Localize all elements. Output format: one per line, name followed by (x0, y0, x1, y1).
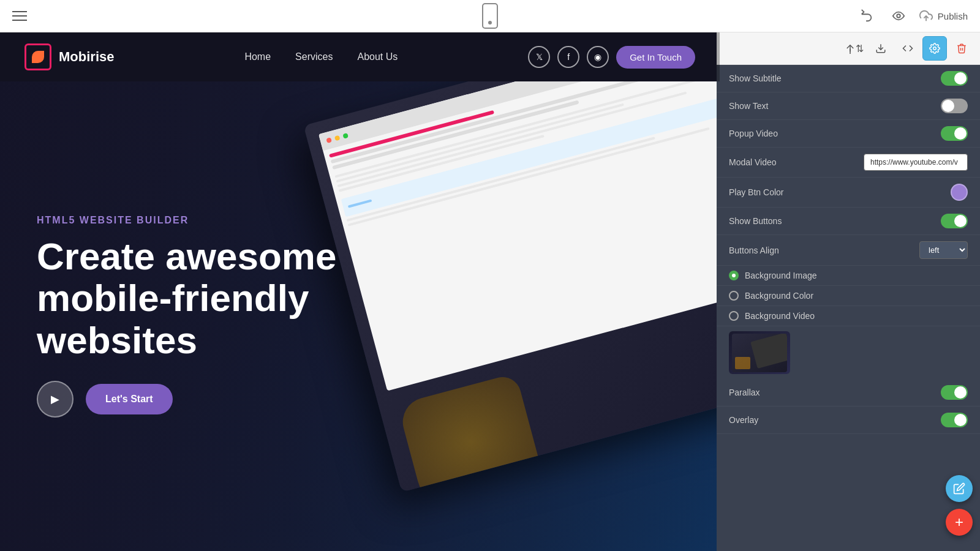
dot-yellow (334, 135, 341, 141)
toolbar-center (482, 3, 498, 29)
overlay-label: Overlay (729, 415, 758, 425)
show-buttons-label: Show Buttons (729, 216, 782, 226)
play-icon: ▶ (51, 392, 59, 406)
nav-link-services[interactable]: Services (295, 51, 333, 62)
play-btn-color-swatch[interactable] (951, 184, 968, 201)
preview-nav: Mobirise Home Services About Us 𝕏 f ◉ Ge… (0, 32, 720, 81)
buttons-align-row: Buttons Align left center right (717, 235, 980, 266)
nav-brand: Mobirise (24, 43, 114, 70)
brand-icon-inner (32, 51, 44, 63)
nav-link-home[interactable]: Home (244, 51, 271, 62)
hero-content: HTML5 WEBSITE BUILDER Create awesome mob… (37, 215, 466, 418)
toggle-knob (954, 414, 967, 426)
menu-button[interactable] (12, 11, 27, 21)
overlay-toggle[interactable] (941, 413, 968, 427)
hero-buttons: ▶ Let's Start (37, 381, 466, 418)
svg-point-5 (933, 47, 937, 50)
parallax-toggle[interactable] (941, 385, 968, 400)
top-toolbar: Publish (0, 0, 980, 32)
play-button[interactable]: ▶ (37, 381, 74, 418)
bg-thumbnail[interactable] (729, 331, 790, 374)
laptop-screen-body (323, 81, 720, 233)
panel-delete-button[interactable] (949, 36, 974, 61)
facebook-icon[interactable]: f (557, 46, 579, 68)
toggle-knob (942, 100, 954, 112)
nav-link-about[interactable]: About Us (357, 51, 398, 62)
show-text-row: Show Text (717, 92, 980, 120)
bg-video-row: Background Video (717, 306, 980, 326)
show-buttons-row: Show Buttons (717, 208, 980, 235)
bg-color-label: Background Color (745, 291, 813, 301)
modal-video-row: Modal Video (717, 148, 980, 178)
panel-download-button[interactable] (869, 36, 893, 61)
panel-settings-button[interactable] (922, 36, 947, 61)
dot-green (342, 133, 349, 139)
popup-video-row: Popup Video (717, 120, 980, 148)
svg-point-0 (897, 14, 900, 18)
brand-name: Mobirise (59, 49, 114, 65)
popup-video-toggle[interactable] (941, 126, 968, 141)
hero-subtitle: HTML5 WEBSITE BUILDER (37, 215, 466, 226)
bg-color-row: Background Color (717, 286, 980, 306)
toolbar-right: Publish (856, 5, 968, 27)
toggle-knob (954, 72, 967, 84)
hero-title-line1: Create awesome (37, 235, 336, 277)
buttons-align-select[interactable]: left center right (919, 241, 968, 259)
brand-icon (24, 43, 51, 70)
publish-button[interactable]: Publish (919, 9, 968, 23)
bg-video-radio[interactable] (729, 311, 739, 321)
canvas-area: Mobirise Home Services About Us 𝕏 f ◉ Ge… (0, 32, 980, 551)
show-text-toggle[interactable] (941, 99, 968, 113)
panel-toolbar: ⇅ (717, 32, 980, 65)
show-subtitle-label: Show Subtitle (729, 73, 782, 83)
bg-thumbnail-inner (732, 334, 787, 372)
hero-title: Create awesome mobile-friendly websites (37, 236, 466, 361)
lets-start-button[interactable]: Let's Start (86, 384, 173, 414)
undo-button[interactable] (856, 5, 878, 27)
bg-color-radio[interactable] (729, 291, 739, 301)
parallax-label: Parallax (729, 388, 760, 397)
panel-sort-button[interactable]: ⇅ (842, 36, 866, 61)
right-panel: ⇅ (717, 32, 980, 551)
nav-right: 𝕏 f ◉ Get In Touch (528, 46, 695, 69)
buttons-align-label: Buttons Align (729, 246, 779, 255)
dot-red (326, 137, 332, 143)
fab-add-button[interactable]: + (946, 509, 973, 536)
bg-video-label: Background Video (745, 311, 815, 321)
preview-button[interactable] (888, 5, 910, 27)
hero-title-line2: mobile-friendly websites (37, 277, 309, 361)
modal-video-label: Modal Video (729, 157, 777, 167)
toggle-knob (954, 215, 967, 227)
hero-section: HTML5 WEBSITE BUILDER Create awesome mob… (0, 81, 720, 551)
fab-edit-button[interactable] (946, 475, 973, 502)
show-buttons-toggle[interactable] (941, 214, 968, 228)
bg-image-row: Background Image (717, 266, 980, 286)
overlay-row: Overlay (717, 407, 980, 434)
toolbar-left (12, 11, 27, 21)
nav-links: Home Services About Us (244, 51, 398, 62)
thumbnail-laptop-icon (750, 334, 787, 369)
get-in-touch-button[interactable]: Get In Touch (616, 46, 695, 69)
bg-image-label: Background Image (745, 271, 817, 280)
nav-social: 𝕏 f ◉ (528, 46, 609, 68)
publish-label: Publish (938, 11, 968, 21)
popup-video-label: Popup Video (729, 129, 778, 138)
bg-image-radio[interactable] (729, 271, 739, 280)
panel-code-button[interactable] (895, 36, 920, 61)
twitter-icon[interactable]: 𝕏 (528, 46, 550, 68)
toggle-knob (954, 127, 967, 140)
instagram-icon[interactable]: ◉ (587, 46, 609, 68)
toggle-knob (954, 386, 967, 399)
website-preview: Mobirise Home Services About Us 𝕏 f ◉ Ge… (0, 32, 720, 551)
play-btn-color-row: Play Btn Color (717, 178, 980, 208)
modal-video-input[interactable] (864, 154, 968, 171)
mobile-preview-icon[interactable] (482, 3, 498, 29)
parallax-row: Parallax (717, 379, 980, 407)
show-subtitle-row: Show Subtitle (717, 65, 980, 92)
panel-content[interactable]: Show Subtitle Show Text Popup Video (717, 65, 980, 551)
fab-add-icon: + (955, 515, 963, 530)
play-btn-color-label: Play Btn Color (729, 187, 783, 197)
show-subtitle-toggle[interactable] (941, 71, 968, 86)
show-text-label: Show Text (729, 101, 768, 111)
